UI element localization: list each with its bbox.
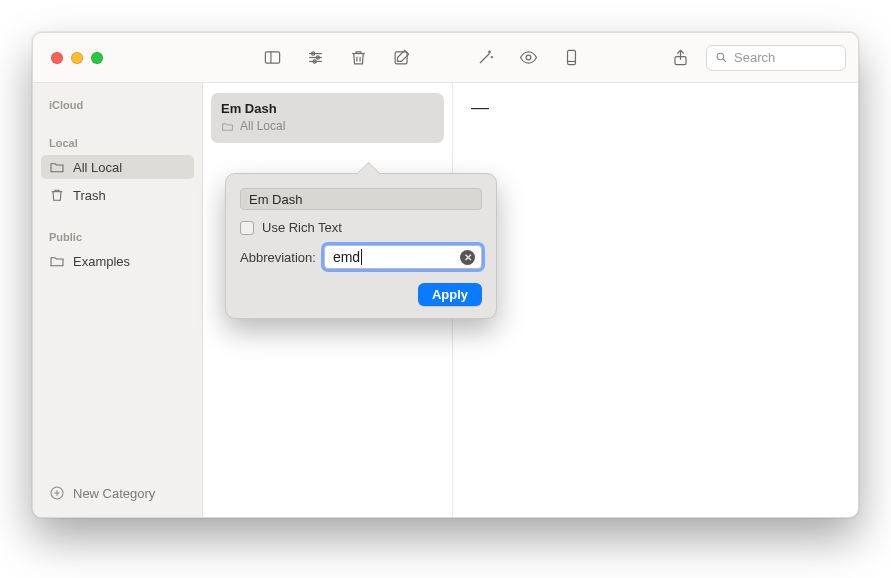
compose-icon[interactable] xyxy=(392,48,411,67)
preview-eye-icon[interactable] xyxy=(519,48,538,67)
sidebar-item-label: Examples xyxy=(73,254,130,269)
magic-wand-icon[interactable] xyxy=(476,48,495,67)
preview-text: — xyxy=(471,97,489,117)
sidebar-heading-public: Public xyxy=(41,225,194,245)
sidebar-heading-local: Local xyxy=(41,131,194,151)
toggle-sidebar-icon[interactable] xyxy=(263,48,282,67)
zoom-window-button[interactable] xyxy=(91,52,103,64)
clear-input-icon[interactable]: ✕ xyxy=(460,250,475,265)
sidebar-item-examples[interactable]: Examples xyxy=(41,249,194,273)
svg-rect-0 xyxy=(265,52,279,63)
folder-icon xyxy=(221,120,234,133)
share-icon[interactable] xyxy=(671,48,690,67)
snippet-subtitle-text: All Local xyxy=(240,119,285,133)
snippet-name-value: Em Dash xyxy=(249,192,302,207)
settings-sliders-icon[interactable] xyxy=(306,48,325,67)
traffic-lights xyxy=(45,52,103,64)
folder-icon xyxy=(49,159,65,175)
folder-icon xyxy=(49,253,65,269)
sidebar-heading-icloud: iCloud xyxy=(41,93,194,113)
sidebar-item-label: Trash xyxy=(73,188,106,203)
sidebar-item-label: All Local xyxy=(73,160,122,175)
plus-circle-icon xyxy=(49,485,65,501)
close-window-button[interactable] xyxy=(51,52,63,64)
snippet-title: Em Dash xyxy=(221,101,434,116)
search-icon xyxy=(715,51,728,64)
toolbar-center-group xyxy=(476,48,581,67)
abbreviation-label: Abbreviation: xyxy=(240,250,316,265)
trash-icon xyxy=(49,187,65,203)
search-field[interactable]: Search xyxy=(706,45,846,71)
rich-text-row[interactable]: Use Rich Text xyxy=(240,220,482,235)
svg-line-16 xyxy=(723,59,726,62)
svg-rect-12 xyxy=(568,50,576,64)
device-icon[interactable] xyxy=(562,48,581,67)
svg-point-11 xyxy=(526,55,531,60)
new-category-label: New Category xyxy=(73,486,155,501)
abbreviation-value: emd xyxy=(333,249,360,265)
delete-icon[interactable] xyxy=(349,48,368,67)
sidebar: iCloud Local All Local Trash Public Exam… xyxy=(33,83,203,517)
abbreviation-input[interactable]: emd ✕ xyxy=(324,245,482,269)
snippet-name-input[interactable]: Em Dash xyxy=(240,188,482,210)
content-preview: — xyxy=(453,83,858,517)
abbreviation-row: Abbreviation: emd ✕ xyxy=(240,245,482,269)
text-caret xyxy=(361,249,362,265)
app-window: Search iCloud Local All Local Trash Publ… xyxy=(32,32,859,518)
sidebar-item-trash[interactable]: Trash xyxy=(41,183,194,207)
new-category-button[interactable]: New Category xyxy=(41,479,194,507)
minimize-window-button[interactable] xyxy=(71,52,83,64)
toolbar-left-group xyxy=(263,48,411,67)
sidebar-item-all-local[interactable]: All Local xyxy=(41,155,194,179)
apply-button[interactable]: Apply xyxy=(418,283,482,306)
search-placeholder: Search xyxy=(734,50,775,65)
svg-point-15 xyxy=(717,53,724,60)
rich-text-label: Use Rich Text xyxy=(262,220,342,235)
snippet-subtitle: All Local xyxy=(221,119,434,133)
snippet-edit-popover: Em Dash Use Rich Text Abbreviation: emd … xyxy=(225,173,497,319)
title-bar: Search xyxy=(33,33,858,83)
snippet-card[interactable]: Em Dash All Local xyxy=(211,93,444,143)
rich-text-checkbox[interactable] xyxy=(240,221,254,235)
